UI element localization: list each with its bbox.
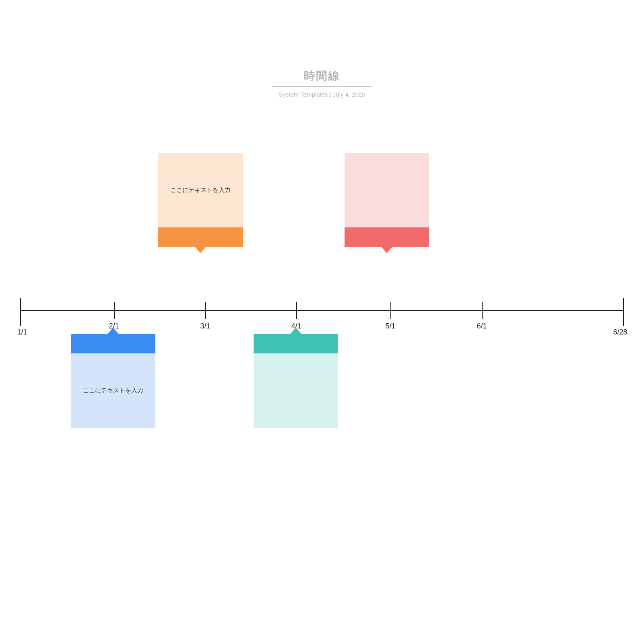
subtitle-date: July 4, 2025 xyxy=(333,91,365,98)
timeline-card-accent xyxy=(345,227,429,247)
timeline-card-body[interactable] xyxy=(345,153,429,227)
timeline-card-body[interactable] xyxy=(254,353,338,428)
axis-label-end: 6/28 xyxy=(613,328,627,336)
timeline-card-teal[interactable] xyxy=(254,334,338,428)
axis-label-start: 1/1 xyxy=(17,328,27,336)
axis-label: 6/1 xyxy=(477,322,487,330)
timeline-card-pink[interactable] xyxy=(345,153,429,247)
axis-tick xyxy=(205,302,206,319)
timeline-card-body[interactable]: ここにテキストを入力 xyxy=(158,153,243,227)
pointer-down-icon xyxy=(195,247,206,253)
timeline-card-body[interactable]: ここにテキストを入力 xyxy=(71,353,155,428)
axis-label: 5/1 xyxy=(385,322,395,330)
axis-tick xyxy=(390,302,391,319)
axis-tick xyxy=(114,302,115,319)
subtitle-author: System Templates xyxy=(279,91,328,98)
header: 時間線 System Templates | July 4, 2025 xyxy=(272,68,372,98)
axis-tick-end xyxy=(623,298,624,326)
timeline-card-accent xyxy=(254,334,338,353)
subtitle-sep: | xyxy=(328,91,333,98)
page-subtitle: System Templates | July 4, 2025 xyxy=(272,91,372,98)
timeline-card-orange[interactable]: ここにテキストを入力 xyxy=(158,153,243,247)
axis-tick-start xyxy=(20,298,21,326)
pointer-down-icon xyxy=(381,247,392,253)
pointer-up-icon xyxy=(290,328,301,334)
timeline-canvas[interactable]: 時間線 System Templates | July 4, 2025 ここにテ… xyxy=(0,0,644,644)
timeline-card-accent xyxy=(71,334,155,353)
page-title[interactable]: 時間線 xyxy=(272,68,372,87)
timeline-card-blue[interactable]: ここにテキストを入力 xyxy=(71,334,155,428)
axis-tick xyxy=(482,302,483,319)
timeline-axis xyxy=(20,310,624,311)
pointer-up-icon xyxy=(107,328,119,334)
axis-tick xyxy=(296,302,297,319)
axis-label: 3/1 xyxy=(200,322,210,330)
timeline-card-accent xyxy=(158,227,243,247)
